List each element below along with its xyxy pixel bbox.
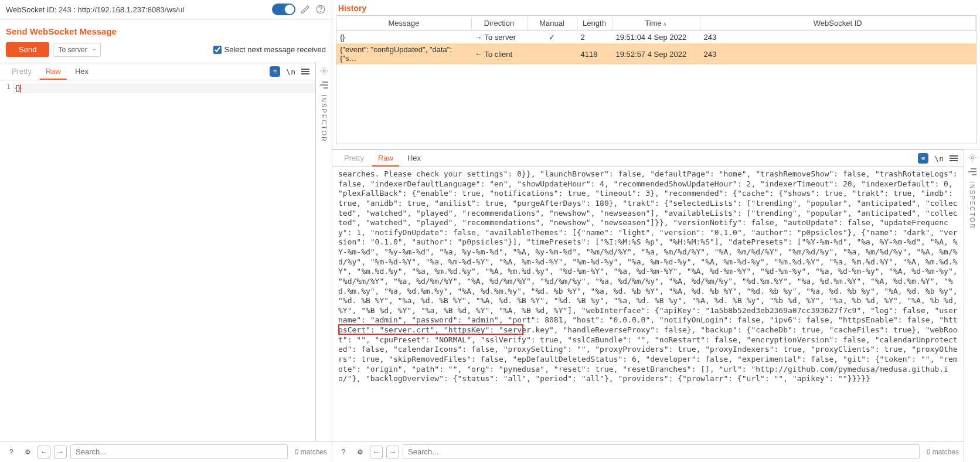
history-row[interactable]: {}→To server✓219:51:04 4 Sep 2022243: [336, 31, 976, 44]
raw-message-view[interactable]: searches. Please check your settings": 0…: [332, 167, 964, 441]
right-tab-hex[interactable]: Hex: [401, 151, 427, 167]
newline-icon[interactable]: \n: [286, 67, 295, 76]
right-forward-button[interactable]: →: [386, 446, 399, 458]
col-direction[interactable]: Direction: [471, 16, 527, 31]
right-format-badge-icon[interactable]: ≡: [918, 153, 928, 164]
col-length[interactable]: Length: [577, 16, 612, 31]
back-button[interactable]: ←: [38, 446, 50, 458]
inspector-label[interactable]: INSPECTOR: [321, 94, 328, 142]
gear-icon[interactable]: [319, 66, 329, 76]
right-settings-icon[interactable]: ⚙: [353, 446, 366, 458]
col-manual[interactable]: Manual: [527, 16, 577, 31]
forward-button[interactable]: →: [54, 446, 67, 458]
right-tab-pretty[interactable]: Pretty: [338, 151, 370, 167]
history-row[interactable]: {"event": "configUpdated", "data": {"s…←…: [336, 43, 976, 64]
right-gear-icon[interactable]: [968, 153, 977, 162]
right-panel-toggle-icon[interactable]: [968, 168, 976, 175]
settings-icon-footer[interactable]: ⚙: [21, 446, 34, 458]
col-message[interactable]: Message: [336, 16, 471, 31]
svg-point-2: [323, 70, 325, 72]
direction-select[interactable]: To server: [53, 43, 101, 57]
search-input-left[interactable]: [70, 444, 288, 459]
history-table[interactable]: Message Direction Manual Length Time∧ We…: [336, 15, 976, 144]
help-icon-footer[interactable]: ?: [5, 446, 18, 458]
select-next-checkbox-label[interactable]: Select next message received: [213, 45, 326, 54]
history-title: History: [332, 0, 980, 15]
send-button[interactable]: Send: [6, 42, 49, 57]
format-badge-icon[interactable]: ≡: [270, 66, 280, 77]
edit-icon[interactable]: [300, 4, 311, 15]
ws-toggle[interactable]: [272, 4, 295, 15]
right-menu-icon[interactable]: [950, 155, 958, 161]
right-tab-raw[interactable]: Raw: [372, 151, 399, 167]
tab-pretty[interactable]: Pretty: [6, 64, 38, 80]
right-help-icon[interactable]: ?: [337, 446, 350, 458]
send-section-title: Send WebSocket Message: [0, 19, 332, 42]
editor-gutter: 1: [0, 80, 13, 441]
tab-hex[interactable]: Hex: [69, 64, 94, 80]
credentials-highlight: [338, 324, 523, 335]
match-count-left: 0 matches: [291, 448, 327, 456]
ws-id-label: WebSocket ID: 243 : http://192.168.1.237…: [6, 5, 184, 14]
search-input-right[interactable]: [403, 444, 920, 459]
menu-icon[interactable]: [301, 69, 309, 74]
svg-point-1: [321, 11, 321, 12]
panel-toggle-icon[interactable]: [320, 81, 328, 89]
right-inspector-label[interactable]: INSPECTOR: [969, 181, 976, 229]
right-back-button[interactable]: ←: [370, 446, 383, 458]
select-next-checkbox[interactable]: [213, 46, 222, 54]
col-time[interactable]: Time∧: [612, 16, 700, 31]
help-icon[interactable]: [315, 4, 326, 15]
sort-asc-icon: ∧: [663, 21, 667, 27]
match-count-right: 0 matches: [923, 448, 959, 456]
right-newline-icon[interactable]: \n: [934, 154, 944, 163]
svg-point-3: [971, 157, 974, 159]
message-editor[interactable]: {}: [13, 80, 315, 441]
tab-raw[interactable]: Raw: [40, 64, 67, 80]
col-wsid[interactable]: WebSocket ID: [700, 16, 976, 31]
